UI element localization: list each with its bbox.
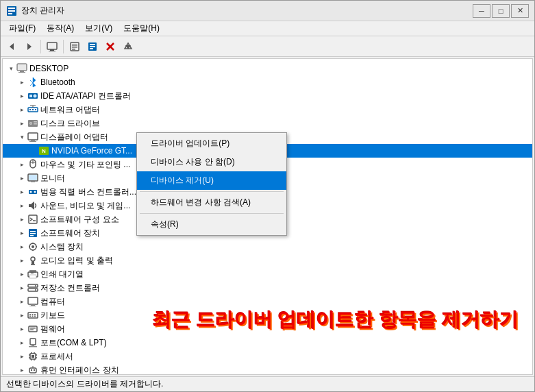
tree-item-storage[interactable]: ▸ 저장소 컨트롤러 [3,281,532,295]
remove-button[interactable] [102,38,119,55]
expand-keyboard[interactable]: ▸ [16,310,27,321]
close-button[interactable]: ✕ [511,4,529,18]
svg-rect-10 [72,45,77,46]
mouse-icon [27,159,38,170]
expand-system[interactable]: ▸ [16,241,27,252]
expand-firmware[interactable]: ▸ [16,323,27,334]
expand-network[interactable]: ▸ [16,104,27,115]
expand-desktop[interactable]: ▾ [5,63,16,74]
svg-rect-82 [34,314,36,315]
context-menu: 드라이버 업데이트(P) 디바이스 사용 안 함(D) 디바이스 제거(U) 하… [136,132,287,236]
tree-item-port[interactable]: ▸ 포트(COM & LPT) [3,336,532,350]
tree-item-print[interactable]: ▸ 인쇄 대기열 [3,267,532,281]
svg-point-60 [32,245,34,248]
expand-storage[interactable]: ▸ [16,282,27,293]
svg-point-104 [34,369,35,371]
minimize-button[interactable]: ─ [473,4,490,18]
tree-item-keyboard[interactable]: ▸ 키보드 [3,308,532,322]
disk-icon [27,118,38,129]
expand-display[interactable]: ▾ [16,132,27,143]
expand-sound[interactable]: ▸ [16,200,27,211]
print-icon [27,269,38,280]
tree-item-bluetooth[interactable]: ▸ Bluetooth [3,75,532,89]
back-button[interactable] [3,38,20,55]
expand-port[interactable]: ▸ [16,337,27,348]
svg-rect-78 [29,306,36,306]
ctx-hw-scan[interactable]: 하드웨어 변경 사항 검색(A) [137,193,286,212]
usb-icon [27,186,38,197]
network-icon [27,104,38,115]
expand-software-dev[interactable]: ▸ [16,228,27,238]
expand-nvidia[interactable] [27,145,38,156]
ide-icon [27,90,38,101]
svg-rect-102 [29,368,36,373]
tree-label-hid: 휴먼 인터페이스 장치 [40,365,119,376]
expand-print[interactable]: ▸ [16,269,27,280]
svg-rect-79 [28,313,38,318]
tree-item-network[interactable]: ▸ 네트워크 어댑터 [3,103,532,117]
forward-button[interactable] [21,38,38,55]
expand-processor[interactable]: ▸ [16,351,27,362]
tree-label-battery: 범용 직렬 버스 컨트롤러... [40,186,136,198]
expand-ide[interactable]: ▸ [16,90,27,101]
software-comp-icon [27,214,38,225]
svg-rect-2 [8,10,15,12]
ctx-device-disable[interactable]: 디바이스 사용 안 함(D) [137,153,286,171]
title-bar: 장치 관리자 ─ □ ✕ [1,1,534,21]
svg-rect-48 [31,181,35,182]
ctx-properties[interactable]: 속성(R) [137,215,286,234]
svg-rect-3 [8,13,12,14]
tree-label-desktop: DESKTOP [29,64,69,73]
expand-computer[interactable]: ▸ [16,296,27,307]
menu-help[interactable]: 도움말(H) [118,21,165,36]
menu-view[interactable]: 보기(V) [79,21,118,36]
status-bar: 선택한 디바이스의 드라이버를 제거합니다. [1,376,534,391]
computer-button[interactable] [44,38,60,55]
expand-mouse[interactable]: ▸ [16,159,27,170]
tree-item-hid[interactable]: ▸ 휴먼 인터페이스 장치 [3,363,532,375]
scan-button[interactable] [120,38,136,55]
ctx-device-remove[interactable]: 디바이스 제거(U) [137,171,286,190]
expand-audio[interactable]: ▸ [16,255,27,266]
device-tree[interactable]: ▾ DESKTOP ▸ Bluetooth [2,58,533,375]
tree-label-system: 시스템 장치 [40,241,84,253]
tree-label-disk: 디스크 드라이브 [40,118,100,130]
expand-battery[interactable]: ▸ [16,186,27,197]
menu-file[interactable]: 파일(F) [3,21,41,36]
driver-update-button[interactable] [84,38,101,55]
ctx-driver-update[interactable]: 드라이버 업데이트(P) [137,134,286,153]
svg-point-103 [31,369,32,371]
tree-label-display: 디스플레이 어댑터 [40,132,108,143]
software-dev-icon [27,228,38,238]
expand-disk[interactable]: ▸ [16,118,27,129]
tree-item-desktop[interactable]: ▾ DESKTOP [3,62,532,75]
svg-rect-80 [29,314,31,315]
tree-label-mouse: 마우스 및 기타 포인팅 ... [40,159,130,171]
tree-item-system[interactable]: ▸ 시스템 장치 [3,240,532,254]
tree-item-ide[interactable]: ▸ IDE ATA/ATAPI 컨트롤러 [3,89,532,103]
svg-rect-58 [30,235,34,236]
svg-rect-29 [32,109,34,110]
tree-label-processor: 프로세서 [40,351,73,363]
svg-rect-6 [47,42,57,49]
tree-item-processor[interactable]: ▸ 프로세서 [3,350,532,363]
svg-point-65 [31,257,35,261]
tree-item-computer[interactable]: ▸ 컴퓨터 [3,295,532,308]
expand-software-comp[interactable]: ▸ [16,214,27,225]
maximize-button[interactable]: □ [492,4,510,18]
expand-hid[interactable]: ▸ [16,365,27,375]
tree-label-monitor: 모니터 [40,173,65,184]
toolbar-sep-2 [63,40,64,53]
menu-action[interactable]: 동작(A) [41,21,79,36]
svg-rect-77 [31,304,35,306]
svg-point-50 [30,191,32,193]
tree-item-firmware[interactable]: ▸ 펌웨어 [3,322,532,336]
properties-button[interactable] [66,38,83,55]
tree-item-disk[interactable]: ▸ 디스크 드라이브 [3,117,532,130]
tree-item-audio[interactable]: ▸ 오디오 입력 및 출력 [3,254,532,267]
expand-monitor[interactable]: ▸ [16,173,27,184]
svg-rect-12 [72,49,75,50]
expand-bluetooth[interactable]: ▸ [16,77,27,88]
svg-rect-7 [50,49,54,51]
svg-rect-47 [29,175,37,180]
